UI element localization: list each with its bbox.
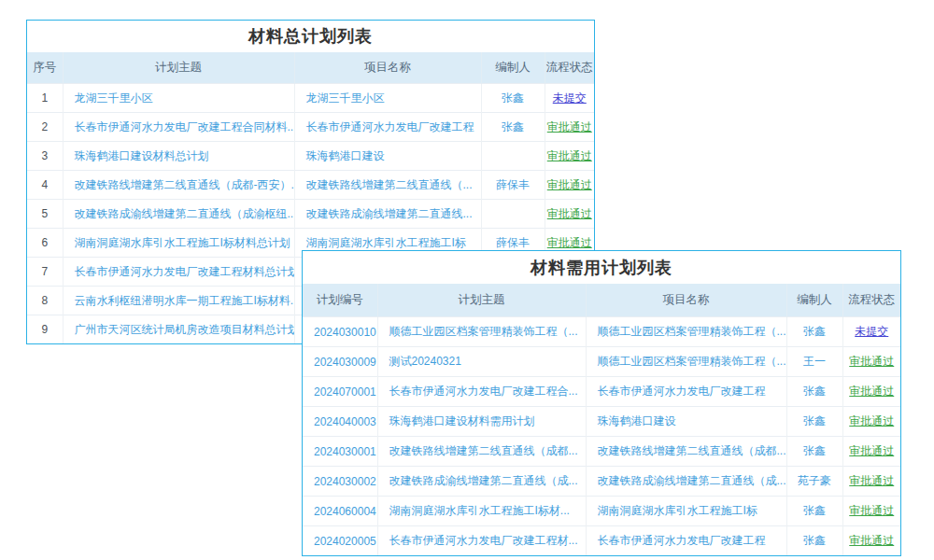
total-plan-header-row: 序号 计划主题 项目名称 编制人 流程状态: [27, 52, 594, 84]
row-index: 8: [27, 287, 63, 315]
column-header: 项目名称: [294, 52, 481, 84]
project-name-link[interactable]: 长春市伊通河水力发电厂改建工程: [598, 534, 766, 547]
plan-number-link[interactable]: 2024030002: [314, 475, 376, 488]
status-link[interactable]: 审批通过: [849, 504, 894, 517]
row-index: 6: [27, 229, 63, 258]
table-row[interactable]: 2024070001 长春市伊通河水力发电厂改建工程合... 长春市伊通河水力发…: [303, 377, 900, 407]
required-plan-header-row: 计划编号 计划主题 项目名称 编制人 流程状态: [303, 284, 900, 317]
required-plan-list-title: 材料需用计划列表: [303, 251, 900, 284]
creator-link[interactable]: 张鑫: [803, 325, 826, 338]
plan-subject-link[interactable]: 测试20240321: [389, 355, 461, 368]
project-name-link[interactable]: 改建铁路成渝线增建第二直通线...: [306, 207, 473, 220]
project-name-link[interactable]: 顺德工业园区档案管理精装饰工程（...: [598, 325, 786, 338]
plan-number-link[interactable]: 2024020005: [314, 535, 376, 548]
plan-subject-link[interactable]: 长春市伊通河水力发电厂改建工程材料总计划: [75, 265, 295, 278]
plan-number-link[interactable]: 2024040003: [314, 415, 376, 428]
status-link[interactable]: 审批通过: [547, 120, 592, 133]
table-row[interactable]: 2024030002 改建铁路成渝线增建第二直通线（成... 改建铁路成渝线增建…: [303, 467, 900, 497]
status-link[interactable]: 审批通过: [547, 149, 592, 162]
plan-subject-link[interactable]: 龙湖三千里小区: [75, 91, 153, 105]
creator-link[interactable]: 薛保丰: [496, 236, 530, 249]
status-link[interactable]: 审批通过: [547, 178, 592, 191]
project-name-link[interactable]: 改建铁路成渝线增建第二直通线（成...: [598, 474, 786, 487]
table-row[interactable]: 1 龙湖三千里小区 龙湖三千里小区 张鑫 未提交: [27, 84, 594, 113]
row-index: 5: [27, 200, 63, 229]
creator-link[interactable]: 苑子豪: [798, 474, 831, 487]
status-link[interactable]: 审批通过: [849, 385, 894, 398]
row-index: 2: [27, 113, 63, 142]
required-plan-table-body: 2024030010 顺德工业园区档案管理精装饰工程（... 顺德工业园区档案管…: [303, 317, 900, 556]
plan-number-link[interactable]: 2024070001: [314, 385, 376, 399]
row-index: 3: [27, 142, 63, 171]
project-name-link[interactable]: 龙湖三千里小区: [306, 91, 385, 105]
plan-subject-link[interactable]: 长春市伊通河水力发电厂改建工程合...: [389, 385, 578, 398]
project-name-link[interactable]: 长春市伊通河水力发电厂改建工程: [598, 385, 766, 398]
creator-link[interactable]: 张鑫: [803, 504, 826, 517]
table-row[interactable]: 3 珠海鹤港口建设材料总计划 珠海鹤港口建设 审批通过: [27, 142, 594, 171]
plan-subject-link[interactable]: 改建铁路线增建第二线直通线（成都...: [389, 444, 578, 457]
plan-subject-link[interactable]: 云南水利枢纽潜明水库一期工程施工I标材料...: [75, 294, 295, 307]
required-plan-table: 计划编号 计划主题 项目名称 编制人 流程状态 2024030010: [303, 284, 900, 555]
plan-subject-link[interactable]: 湖南洞庭湖水库引水工程施工I标材...: [389, 504, 570, 517]
project-name-link[interactable]: 改建铁路线增建第二线直通线（成都...: [598, 444, 786, 457]
status-link[interactable]: 审批通过: [849, 444, 894, 457]
creator-link[interactable]: 张鑫: [502, 120, 524, 133]
table-row[interactable]: 2024040003 珠海鹤港口建设材料需用计划 珠海鹤港口建设 张鑫 审批通过: [303, 407, 900, 437]
plan-subject-link[interactable]: 顺德工业园区档案管理精装饰工程（...: [389, 325, 578, 338]
plan-number-link[interactable]: 2024030001: [314, 445, 376, 458]
status-link[interactable]: 审批通过: [849, 534, 894, 547]
plan-subject-link[interactable]: 珠海鹤港口建设材料总计划: [75, 149, 209, 162]
table-row[interactable]: 4 改建铁路线增建第二线直通线（成都-西安）... 改建铁路线增建第二线直通线（…: [27, 171, 594, 200]
project-name-link[interactable]: 珠海鹤港口建设: [306, 149, 385, 162]
plan-number-link[interactable]: 2024030009: [314, 356, 376, 369]
status-link[interactable]: 审批通过: [547, 207, 592, 220]
plan-subject-link[interactable]: 改建铁路成渝线增建第二直通线（成渝枢纽...: [75, 207, 295, 220]
project-name-link[interactable]: 长春市伊通河水力发电厂改建工程: [306, 120, 474, 133]
plan-subject-link[interactable]: 长春市伊通河水力发电厂改建工程合同材料...: [75, 120, 295, 133]
status-link[interactable]: 审批通过: [849, 355, 894, 368]
status-link[interactable]: 未提交: [553, 91, 587, 105]
plan-number-link[interactable]: 2024030010: [314, 326, 376, 339]
plan-subject-link[interactable]: 湖南洞庭湖水库引水工程施工I标材料总计划: [75, 236, 290, 249]
creator-link[interactable]: 张鑫: [803, 444, 826, 457]
column-header: 编制人: [786, 284, 842, 317]
column-header: 计划编号: [303, 284, 377, 317]
status-link[interactable]: 审批通过: [547, 236, 592, 249]
creator-link[interactable]: 王一: [803, 355, 826, 368]
plan-subject-link[interactable]: 长春市伊通河水力发电厂改建工程材...: [389, 534, 578, 547]
project-name-link[interactable]: 湖南洞庭湖水库引水工程施工I标: [598, 504, 757, 517]
creator-link[interactable]: 张鑫: [803, 534, 826, 547]
plan-number-link[interactable]: 2024060004: [314, 505, 376, 518]
column-header: 项目名称: [586, 284, 786, 317]
column-header: 计划主题: [63, 52, 294, 84]
table-row[interactable]: 2024060004 湖南洞庭湖水库引水工程施工I标材... 湖南洞庭湖水库引水…: [303, 497, 900, 526]
table-row[interactable]: 2 长春市伊通河水力发电厂改建工程合同材料... 长春市伊通河水力发电厂改建工程…: [27, 113, 594, 142]
plan-subject-link[interactable]: 广州市天河区统计局机房改造项目材料总计划: [75, 323, 295, 336]
table-row[interactable]: 2024030001 改建铁路线增建第二线直通线（成都... 改建铁路线增建第二…: [303, 437, 900, 467]
status-link[interactable]: 审批通过: [849, 474, 894, 487]
status-link[interactable]: 未提交: [855, 325, 888, 338]
project-name-link[interactable]: 顺德工业园区档案管理精装饰工程（...: [598, 355, 786, 368]
table-row[interactable]: 2024030009 测试20240321 顺德工业园区档案管理精装饰工程（..…: [303, 347, 900, 377]
table-row[interactable]: 5 改建铁路成渝线增建第二直通线（成渝枢纽... 改建铁路成渝线增建第二直通线.…: [27, 200, 594, 229]
row-index: 1: [27, 84, 63, 113]
row-index: 9: [27, 315, 63, 344]
status-link[interactable]: 审批通过: [849, 414, 894, 427]
plan-subject-link[interactable]: 改建铁路成渝线增建第二直通线（成...: [389, 474, 578, 487]
creator-link[interactable]: 张鑫: [803, 385, 826, 398]
project-name-link[interactable]: 珠海鹤港口建设: [598, 414, 676, 427]
creator-link[interactable]: 薛保丰: [496, 178, 530, 191]
plan-subject-link[interactable]: 珠海鹤港口建设材料需用计划: [389, 414, 535, 427]
plan-subject-link[interactable]: 改建铁路线增建第二线直通线（成都-西安）...: [75, 178, 295, 191]
total-plan-list-title: 材料总计划列表: [27, 21, 594, 52]
project-name-link[interactable]: 湖南洞庭湖水库引水工程施工I标: [306, 236, 466, 249]
column-header: 计划主题: [377, 284, 586, 317]
creator-link[interactable]: 张鑫: [803, 414, 826, 427]
row-index: 7: [27, 258, 63, 287]
required-plan-list-card: 材料需用计划列表 计划编号 计划主题 项目名称 编制人 流程状态: [302, 250, 901, 556]
table-row[interactable]: 2024020005 长春市伊通河水力发电厂改建工程材... 长春市伊通河水力发…: [303, 526, 900, 556]
creator-link[interactable]: 张鑫: [502, 91, 524, 105]
project-name-link[interactable]: 改建铁路线增建第二线直通线（...: [306, 178, 473, 191]
column-header: 流程状态: [842, 284, 900, 317]
table-row[interactable]: 2024030010 顺德工业园区档案管理精装饰工程（... 顺德工业园区档案管…: [303, 317, 900, 347]
